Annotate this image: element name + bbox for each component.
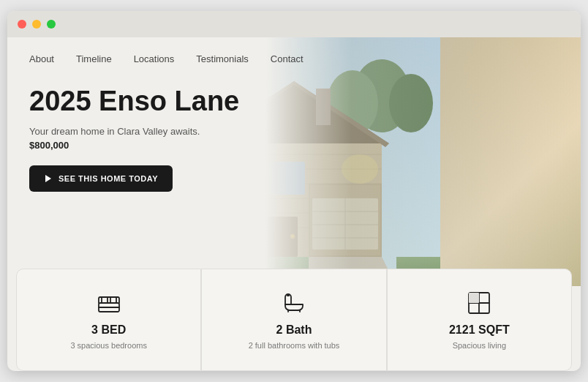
- feature-cards: 3 BED 3 spacious bedrooms 2 Bath 2 full …: [7, 269, 581, 371]
- hero-content: 2025 Enso Lane Your dream home in Clara …: [7, 64, 581, 192]
- cta-button[interactable]: SEE THIS HOME TODAY: [29, 165, 173, 192]
- nav-testimonials[interactable]: Testimonials: [196, 53, 249, 64]
- titlebar: [7, 11, 581, 37]
- bed-title: 3 BED: [91, 323, 126, 337]
- svg-marker-31: [45, 175, 51, 182]
- svg-rect-34: [110, 297, 116, 303]
- browser-window: About Timeline Locations Testimonials Co…: [7, 11, 581, 371]
- sqft-icon: [466, 290, 492, 319]
- hero-price: $800,000: [29, 140, 559, 151]
- page-content: About Timeline Locations Testimonials Co…: [7, 37, 581, 371]
- close-button[interactable]: [18, 20, 26, 29]
- bath-icon: [281, 290, 307, 319]
- hero-subtitle: Your dream home in Clara Valley awaits.: [29, 126, 559, 137]
- minimize-button[interactable]: [32, 20, 41, 29]
- nav-contact[interactable]: Contact: [271, 53, 304, 64]
- nav-timeline[interactable]: Timeline: [76, 53, 112, 64]
- bed-card: 3 BED 3 spacious bedrooms: [16, 269, 201, 371]
- sqft-title: 2121 SQFT: [449, 323, 510, 337]
- bath-title: 2 Bath: [276, 323, 312, 337]
- bed-icon: [96, 290, 122, 319]
- nav-about[interactable]: About: [29, 53, 54, 64]
- sqft-card: 2121 SQFT Spacious living: [387, 269, 572, 371]
- bed-desc: 3 spacious bedrooms: [70, 341, 147, 350]
- bath-card: 2 Bath 2 full bathrooms with tubs: [201, 269, 386, 371]
- page-title: 2025 Enso Lane: [29, 86, 559, 117]
- maximize-button[interactable]: [47, 20, 56, 29]
- nav-locations[interactable]: Locations: [134, 53, 175, 64]
- bath-desc: 2 full bathrooms with tubs: [249, 341, 340, 350]
- svg-rect-38: [469, 293, 479, 303]
- cta-label: SEE THIS HOME TODAY: [59, 174, 158, 183]
- sqft-desc: Spacious living: [453, 341, 506, 350]
- svg-rect-33: [102, 297, 108, 303]
- navigation: About Timeline Locations Testimonials Co…: [7, 37, 581, 64]
- play-icon: [44, 174, 53, 183]
